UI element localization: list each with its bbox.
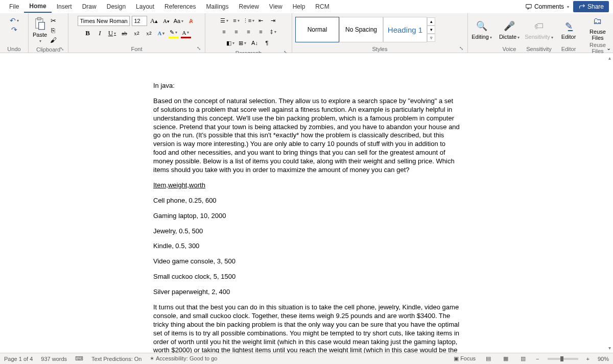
justify-button[interactable]: ≡ [256,27,266,36]
status-focus[interactable]: ▣ Focus [454,355,476,362]
scroll-up-button[interactable]: ▴ [608,55,611,61]
tab-review[interactable]: Review [234,1,264,12]
clipboard-launcher[interactable]: ⤡ [59,46,65,52]
tab-mailings[interactable]: Mailings [201,1,233,12]
align-right-button[interactable]: ≡ [244,27,253,36]
status-page[interactable]: Page 1 of 4 [4,356,33,362]
superscript-button[interactable]: x2 [144,28,154,38]
doc-paragraph[interactable]: Jewelry, 0.5, 500 [153,227,460,236]
change-case-button[interactable]: Aa▾ [174,16,184,26]
doc-paragraph[interactable]: Small cuckoo clock, 5, 1500 [153,273,460,281]
share-label: Share [587,3,604,10]
reuse-files-btn-label[interactable]: Reuse Files [584,29,611,41]
dictate-button[interactable]: 🎤 [503,19,516,33]
shading-button[interactable]: ◧▾ [226,38,235,47]
text-effects-button[interactable]: A▾ [156,28,167,38]
format-painter-button[interactable]: 🖌 [49,36,57,44]
italic-button[interactable]: I [95,28,105,38]
underline-button[interactable]: U▾ [107,28,117,38]
tab-view[interactable]: View [264,1,288,12]
bullets-button[interactable]: ☰▾ [220,16,229,25]
decrease-indent-button[interactable]: ⇤ [256,16,266,25]
doc-paragraph[interactable]: Cell phone, 0.25, 600 [153,197,460,205]
comments-button[interactable]: Comments ▾ [521,2,573,11]
undo-button[interactable]: ↶▾ [10,16,19,25]
ribbon-collapse[interactable]: ⌄ [606,45,611,52]
clear-format-button[interactable]: A̷ [186,16,196,26]
numbering-button[interactable]: ≡▾ [232,16,241,25]
tab-file[interactable]: File [4,1,24,12]
cut-button[interactable]: ✂ [49,17,57,25]
tab-references[interactable]: References [159,1,201,12]
style-heading1[interactable]: Heading 1 [383,17,427,42]
style-no-spacing[interactable]: No Spacing [339,17,383,42]
reuse-files-button[interactable]: 🗂 [591,14,604,28]
line-spacing-button[interactable]: ‡▾ [269,27,278,36]
show-marks-button[interactable]: ¶ [263,38,272,47]
zoom-in-button[interactable]: + [586,356,590,362]
tab-help[interactable]: Help [288,1,311,12]
doc-paragraph[interactable]: Gaming laptop, 10, 2000 [153,212,460,221]
doc-paragraph[interactable]: Kindle, 0.5, 300 [153,242,460,251]
font-size-input[interactable] [132,16,147,26]
chevron-down-icon: ▾ [567,5,569,9]
paste-button[interactable]: Paste ▾ [32,15,48,44]
font-launcher[interactable]: ⤡ [196,45,202,52]
status-predictions-icon[interactable]: ⌨ [75,355,83,362]
view-print-layout[interactable]: ▦ [501,355,510,363]
bold-button[interactable]: B [83,28,93,38]
tab-design[interactable]: Design [102,1,131,12]
document-page[interactable]: In java: Based on the concept of natural… [153,82,460,353]
zoom-level[interactable]: 90% [598,356,609,362]
tab-home[interactable]: Home [24,1,51,13]
styles-expand[interactable]: ▿ [427,34,435,42]
view-read-mode[interactable]: ▤ [484,355,493,363]
tab-insert[interactable]: Insert [52,1,77,12]
sensitivity-btn-label: Sensitivity▾ [525,34,553,40]
share-button[interactable]: Share [573,1,609,12]
font-color-button[interactable]: A▾ [181,28,191,38]
editor-button[interactable]: ✎̲ [562,19,575,33]
increase-indent-button[interactable]: ⇥ [269,16,278,25]
editor-btn-label[interactable]: Editor [561,34,576,40]
view-web-layout[interactable]: ▥ [518,355,528,363]
doc-paragraph[interactable]: Silver paperweight, 2, 400 [153,288,460,297]
doc-paragraph[interactable]: Item,weight,worth [153,181,460,190]
scroll-down-button[interactable]: ▾ [608,345,611,351]
highlight-button[interactable]: ✎▾ [169,28,179,38]
align-center-button[interactable]: ≡ [232,27,241,36]
doc-paragraph[interactable]: In java: [153,82,460,90]
copy-button[interactable]: ⎘ [49,27,57,35]
find-button[interactable]: 🔍 [475,19,488,33]
status-words[interactable]: 937 words [41,356,67,362]
sensitivity-button: 🏷 [532,19,546,33]
dictate-label[interactable]: Dictate▾ [499,34,520,40]
status-predictions[interactable]: Text Predictions: On [91,356,142,362]
tab-rcm[interactable]: RCM [310,1,334,12]
chevron-down-icon: ▾ [39,39,41,43]
borders-button[interactable]: ⊞▾ [238,38,247,47]
tab-draw[interactable]: Draw [77,1,102,12]
styles-scroll-up[interactable]: ▴ [427,17,435,26]
zoom-out-button[interactable]: − [536,356,539,362]
editing-label[interactable]: Editing▾ [471,34,492,40]
font-name-input[interactable] [78,16,130,26]
zoom-slider[interactable] [548,358,578,360]
document-area[interactable]: ▴ In java: Based on the concept of natur… [0,53,613,353]
style-normal[interactable]: Normal [295,17,339,42]
multilevel-button[interactable]: ⋮≡▾ [244,16,253,25]
sort-button[interactable]: A↓ [250,38,260,47]
doc-paragraph[interactable]: Based on the concept of natural selectio… [153,97,460,175]
shrink-font-button[interactable]: A▾ [161,16,172,26]
styles-scroll-down[interactable]: ▾ [427,26,435,34]
align-left-button[interactable]: ≡ [220,27,229,36]
tab-layout[interactable]: Layout [131,1,159,12]
styles-launcher[interactable]: ⤡ [458,45,464,52]
subscript-button[interactable]: x2 [132,28,142,38]
status-accessibility[interactable]: ✶ Accessibility: Good to go [150,355,217,362]
doc-paragraph[interactable]: Video game console, 3, 500 [153,257,460,266]
grow-font-button[interactable]: A▴ [149,16,159,26]
doc-paragraph[interactable]: It turns out that the best you can do in… [153,303,460,353]
strikethrough-button[interactable]: ab [120,28,130,38]
redo-button[interactable]: ↷ [11,26,17,34]
